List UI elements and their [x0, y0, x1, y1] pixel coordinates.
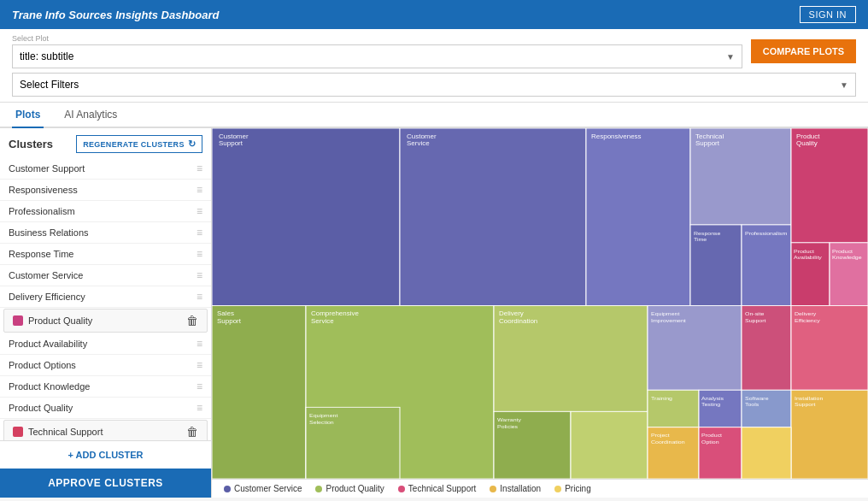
svg-text:Warranty: Warranty [497, 417, 522, 423]
svg-rect-6 [586, 128, 690, 306]
svg-text:Technical: Technical [695, 133, 724, 139]
list-item[interactable]: Response Time ≡ [0, 244, 211, 265]
tab-ai-analytics[interactable]: AI Analytics [61, 103, 120, 128]
list-item[interactable]: Responsiveness ≡ [0, 180, 211, 201]
clusters-header: Clusters REGENERATE CLUSTERS ↻ [0, 128, 211, 158]
cluster-bottom-actions: + ADD CLUSTER [0, 440, 211, 469]
add-cluster-button[interactable]: + ADD CLUSTER [0, 445, 211, 464]
svg-text:Coordination: Coordination [499, 317, 537, 324]
drag-handle-icon: ≡ [196, 248, 202, 260]
svg-text:Time: Time [694, 237, 707, 242]
svg-text:Equipment: Equipment [651, 311, 680, 317]
svg-text:Selection: Selection [309, 419, 334, 424]
legend-dot-pricing [554, 486, 561, 492]
list-item-product-quality-highlighted[interactable]: Product Quality 🗑 [3, 309, 208, 333]
svg-text:Training: Training [651, 396, 672, 402]
svg-text:Installation: Installation [795, 396, 824, 401]
svg-text:Equipment: Equipment [309, 413, 338, 419]
svg-text:Product: Product [794, 248, 814, 253]
svg-text:Responsiveness: Responsiveness [591, 133, 642, 139]
legend-item-technical-support: Technical Support [398, 484, 477, 493]
legend-dot-customer-service [224, 486, 231, 492]
svg-text:Service: Service [311, 317, 334, 324]
drag-handle-icon: ≡ [196, 338, 202, 350]
select-filters-row: Select Filters ▼ [12, 73, 856, 97]
svg-text:Testing: Testing [701, 402, 721, 408]
treemap-container: Customer Support Customer Service Respon… [212, 128, 868, 479]
treemap-svg: Customer Support Customer Service Respon… [212, 128, 868, 479]
main-content: Clusters REGENERATE CLUSTERS ↻ Customer … [0, 128, 868, 498]
svg-text:Product: Product [832, 248, 853, 253]
svg-text:Customer: Customer [407, 133, 437, 139]
legend-dot-technical-support [398, 486, 405, 492]
svg-text:Support: Support [695, 140, 719, 147]
tab-plots[interactable]: Plots [12, 103, 44, 128]
select-filters-input[interactable]: Select Filters ▼ [12, 73, 856, 97]
svg-text:Option: Option [701, 439, 719, 445]
list-item-technical-support-highlighted[interactable]: Technical Support 🗑 [3, 420, 208, 440]
svg-text:Support: Support [745, 317, 766, 323]
drag-handle-icon: ≡ [196, 269, 202, 281]
list-item[interactable]: Customer Service ≡ [0, 265, 211, 286]
legend-item-product-quality: Product Quality [315, 484, 384, 493]
drag-handle-icon: ≡ [196, 205, 202, 217]
select-plot-input[interactable]: title: subtitle ▼ [12, 44, 742, 68]
svg-text:Customer: Customer [219, 133, 249, 139]
svg-text:Support: Support [219, 140, 243, 147]
controls-panel: Select Plot title: subtitle ▼ COMPARE PL… [0, 29, 868, 103]
list-item[interactable]: Product Options ≡ [0, 355, 211, 376]
drag-handle-icon: ≡ [196, 162, 202, 174]
list-item[interactable]: Product Availability ≡ [0, 333, 211, 355]
svg-rect-67 [742, 427, 791, 479]
color-swatch [13, 427, 23, 437]
sign-in-button[interactable]: SIGN IN [800, 6, 856, 23]
list-item[interactable]: Customer Support ≡ [0, 158, 211, 180]
legend-dot-product-quality [315, 486, 322, 492]
delete-icon[interactable]: 🗑 [186, 425, 198, 439]
select-filters-value: Select Filters [20, 79, 79, 91]
drag-handle-icon: ≡ [196, 184, 202, 196]
legend-item-installation: Installation [490, 484, 541, 493]
svg-text:Professionalism: Professionalism [745, 230, 787, 235]
regenerate-clusters-button[interactable]: REGENERATE CLUSTERS ↻ [76, 135, 202, 153]
refresh-icon: ↻ [188, 139, 196, 150]
select-plot-label: Select Plot [12, 34, 742, 43]
filters-chevron-icon: ▼ [840, 80, 848, 90]
svg-rect-3 [400, 128, 586, 306]
cluster-list: Customer Support ≡ Responsiveness ≡ Prof… [0, 158, 211, 440]
svg-rect-14 [742, 225, 791, 306]
select-plot-row: Select Plot title: subtitle ▼ COMPARE PL… [12, 34, 856, 68]
svg-text:Policies: Policies [497, 423, 518, 428]
svg-text:Delivery: Delivery [795, 311, 817, 317]
clusters-title: Clusters [9, 138, 53, 150]
svg-text:On-site: On-site [745, 311, 765, 316]
svg-text:Analysis: Analysis [701, 396, 724, 402]
svg-text:Knowledge: Knowledge [832, 255, 862, 261]
approve-clusters-button[interactable]: APPROVE CLUSTERS [0, 469, 211, 498]
svg-text:Efficiency: Efficiency [795, 317, 821, 323]
svg-text:Sales: Sales [217, 310, 234, 317]
list-item[interactable]: Product Knowledge ≡ [0, 376, 211, 398]
svg-text:Response: Response [694, 230, 721, 236]
delete-icon[interactable]: 🗑 [186, 314, 198, 327]
app-title: Trane Info Sources Insights Dashboard [12, 9, 219, 21]
list-item[interactable]: Professionalism ≡ [0, 201, 211, 222]
svg-text:Product: Product [701, 433, 722, 438]
clusters-panel: Clusters REGENERATE CLUSTERS ↻ Customer … [0, 128, 212, 498]
legend-bar: Customer Service Product Quality Technic… [212, 479, 868, 498]
svg-text:Project: Project [651, 433, 670, 439]
svg-text:Delivery: Delivery [499, 310, 524, 317]
svg-text:Comprehensive: Comprehensive [311, 310, 359, 317]
svg-text:Quality: Quality [796, 140, 818, 147]
compare-plots-button[interactable]: COMPARE PLOTS [751, 39, 856, 63]
svg-text:Improvement: Improvement [651, 317, 686, 323]
svg-rect-40 [571, 411, 648, 479]
list-item[interactable]: Business Relations ≡ [0, 222, 211, 244]
list-item[interactable]: Product Quality ≡ [0, 398, 211, 419]
drag-handle-icon: ≡ [196, 380, 202, 392]
select-plot-value: title: subtitle [20, 50, 73, 62]
svg-rect-25 [212, 306, 306, 479]
svg-rect-0 [212, 128, 400, 306]
drag-handle-icon: ≡ [196, 402, 202, 414]
list-item[interactable]: Delivery Efficiency ≡ [0, 286, 211, 308]
